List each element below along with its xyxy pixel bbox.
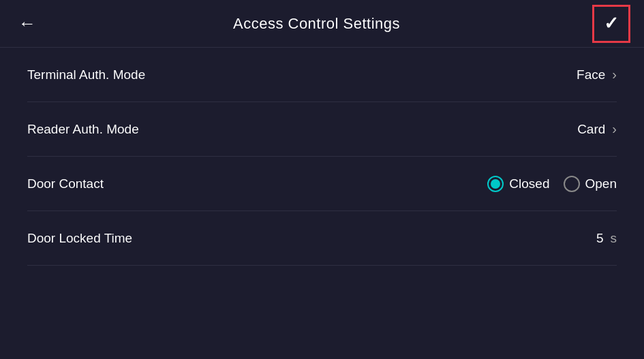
door-contact-open-option[interactable]: Open: [564, 176, 617, 192]
back-button[interactable]: ←: [14, 10, 41, 37]
door-contact-row: Door Contact Closed Open: [27, 157, 617, 211]
reader-auth-mode-text: Card: [577, 122, 605, 137]
door-locked-time-label: Door Locked Time: [27, 231, 132, 246]
door-contact-radio-group: Closed Open: [487, 176, 617, 192]
content-area: Terminal Auth. Mode Face › Reader Auth. …: [0, 48, 644, 359]
reader-auth-chevron-icon: ›: [612, 121, 617, 137]
door-locked-time-value-group: 5 s: [596, 231, 617, 246]
back-arrow-icon: ←: [18, 13, 36, 34]
terminal-auth-mode-label: Terminal Auth. Mode: [27, 67, 145, 82]
reader-auth-mode-row[interactable]: Reader Auth. Mode Card ›: [27, 102, 617, 157]
door-locked-time-number: 5: [596, 231, 604, 246]
terminal-auth-mode-row[interactable]: Terminal Auth. Mode Face ›: [27, 48, 617, 102]
confirm-button[interactable]: ✓: [592, 5, 630, 43]
door-contact-closed-option[interactable]: Closed: [487, 176, 549, 192]
terminal-auth-chevron-icon: ›: [612, 67, 617, 82]
door-contact-closed-radio[interactable]: [487, 176, 504, 192]
app-container: ← Access Control Settings ✓ Terminal Aut…: [0, 0, 644, 359]
page-title: Access Control Settings: [233, 15, 400, 33]
checkmark-icon: ✓: [604, 13, 619, 34]
door-locked-time-unit: s: [611, 231, 617, 246]
reader-auth-mode-label: Reader Auth. Mode: [27, 122, 139, 137]
door-contact-open-radio[interactable]: [564, 176, 580, 192]
terminal-auth-mode-value[interactable]: Face ›: [577, 67, 617, 82]
door-locked-time-row[interactable]: Door Locked Time 5 s: [27, 211, 617, 266]
header: ← Access Control Settings ✓: [0, 0, 644, 48]
terminal-auth-mode-text: Face: [577, 67, 605, 82]
door-contact-closed-label: Closed: [509, 176, 549, 191]
door-contact-label: Door Contact: [27, 176, 104, 191]
reader-auth-mode-value[interactable]: Card ›: [577, 121, 617, 137]
door-contact-open-label: Open: [585, 176, 617, 191]
